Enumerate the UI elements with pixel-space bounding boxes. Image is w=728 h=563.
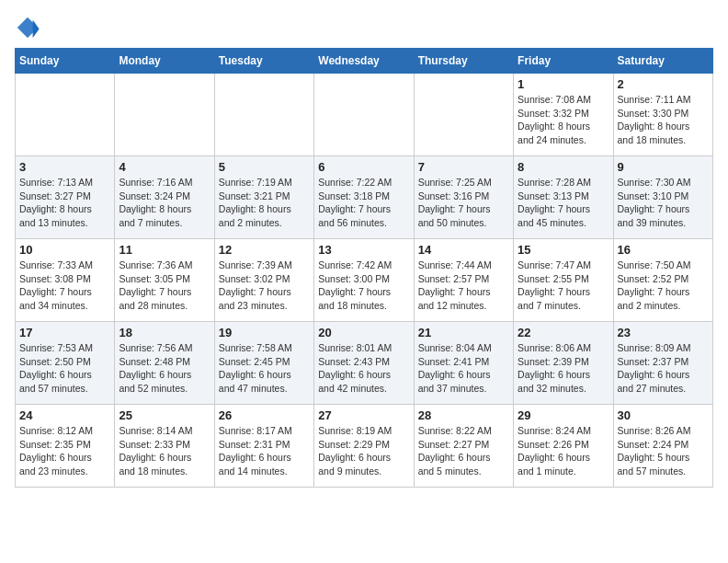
logo-icon [15,15,40,40]
calendar-day-cell: 23Sunrise: 8:09 AM Sunset: 2:37 PM Dayli… [613,322,712,405]
day-number: 10 [19,243,110,257]
page-header [15,15,713,40]
day-info: Sunrise: 7:08 AM Sunset: 3:32 PM Dayligh… [518,93,609,147]
calendar-week-row: 10Sunrise: 7:33 AM Sunset: 3:08 PM Dayli… [16,239,713,322]
calendar-day-cell: 1Sunrise: 7:08 AM Sunset: 3:32 PM Daylig… [514,74,613,156]
day-info: Sunrise: 8:26 AM Sunset: 2:24 PM Dayligh… [618,424,709,478]
weekday-header: Saturday [613,49,712,74]
day-number: 16 [618,243,709,257]
weekday-header: Tuesday [214,49,313,74]
calendar-week-row: 1Sunrise: 7:08 AM Sunset: 3:32 PM Daylig… [16,74,713,156]
calendar-day-cell: 11Sunrise: 7:36 AM Sunset: 3:05 PM Dayli… [115,239,214,322]
day-info: Sunrise: 8:12 AM Sunset: 2:35 PM Dayligh… [19,424,110,478]
day-number: 9 [618,160,709,174]
day-info: Sunrise: 8:24 AM Sunset: 2:26 PM Dayligh… [518,424,609,478]
day-info: Sunrise: 7:44 AM Sunset: 2:57 PM Dayligh… [418,259,509,313]
calendar-day-cell: 20Sunrise: 8:01 AM Sunset: 2:43 PM Dayli… [314,322,414,405]
day-info: Sunrise: 7:13 AM Sunset: 3:27 PM Dayligh… [19,176,110,230]
calendar-day-cell: 8Sunrise: 7:28 AM Sunset: 3:13 PM Daylig… [514,156,613,239]
calendar-day-cell: 25Sunrise: 8:14 AM Sunset: 2:33 PM Dayli… [115,405,214,488]
calendar-day-cell: 30Sunrise: 8:26 AM Sunset: 2:24 PM Dayli… [613,405,712,488]
day-info: Sunrise: 7:53 AM Sunset: 2:50 PM Dayligh… [19,341,110,396]
day-number: 22 [518,326,609,339]
calendar-week-row: 24Sunrise: 8:12 AM Sunset: 2:35 PM Dayli… [16,405,713,488]
weekday-header: Friday [514,49,613,74]
day-info: Sunrise: 7:58 AM Sunset: 2:45 PM Dayligh… [219,341,310,396]
day-info: Sunrise: 7:25 AM Sunset: 3:16 PM Dayligh… [418,176,509,230]
day-info: Sunrise: 8:06 AM Sunset: 2:39 PM Dayligh… [518,341,609,396]
day-info: Sunrise: 7:30 AM Sunset: 3:10 PM Dayligh… [618,176,709,230]
day-number: 28 [418,408,509,422]
calendar-day-cell: 19Sunrise: 7:58 AM Sunset: 2:45 PM Dayli… [214,322,313,405]
calendar-day-cell: 3Sunrise: 7:13 AM Sunset: 3:27 PM Daylig… [16,156,115,239]
day-info: Sunrise: 7:50 AM Sunset: 2:52 PM Dayligh… [618,259,709,313]
day-info: Sunrise: 8:17 AM Sunset: 2:31 PM Dayligh… [219,424,310,478]
calendar-day-cell: 9Sunrise: 7:30 AM Sunset: 3:10 PM Daylig… [613,156,712,239]
svg-marker-1 [33,20,40,39]
day-number: 15 [518,243,609,257]
calendar-day-cell: 12Sunrise: 7:39 AM Sunset: 3:02 PM Dayli… [214,239,313,322]
day-number: 13 [318,243,409,257]
day-number: 3 [19,160,110,174]
calendar-day-cell: 2Sunrise: 7:11 AM Sunset: 3:30 PM Daylig… [613,74,712,156]
calendar-day-cell: 18Sunrise: 7:56 AM Sunset: 2:48 PM Dayli… [115,322,214,405]
calendar-day-cell: 17Sunrise: 7:53 AM Sunset: 2:50 PM Dayli… [16,322,115,405]
calendar-day-cell: 28Sunrise: 8:22 AM Sunset: 2:27 PM Dayli… [414,405,513,488]
day-info: Sunrise: 8:01 AM Sunset: 2:43 PM Dayligh… [318,341,409,396]
logo [15,15,44,40]
weekday-header: Monday [115,49,214,74]
calendar-day-cell: 21Sunrise: 8:04 AM Sunset: 2:41 PM Dayli… [414,322,513,405]
day-number: 19 [219,326,310,339]
calendar-day-cell: 14Sunrise: 7:44 AM Sunset: 2:57 PM Dayli… [414,239,513,322]
calendar-week-row: 17Sunrise: 7:53 AM Sunset: 2:50 PM Dayli… [16,322,713,405]
day-number: 26 [219,408,310,422]
calendar-day-cell [214,74,313,156]
calendar-day-cell: 22Sunrise: 8:06 AM Sunset: 2:39 PM Dayli… [514,322,613,405]
day-number: 21 [418,326,509,339]
day-number: 11 [119,243,210,257]
day-info: Sunrise: 7:16 AM Sunset: 3:24 PM Dayligh… [119,176,210,230]
day-info: Sunrise: 8:22 AM Sunset: 2:27 PM Dayligh… [418,424,509,478]
day-info: Sunrise: 7:28 AM Sunset: 3:13 PM Dayligh… [518,176,609,230]
day-number: 23 [618,326,709,339]
day-info: Sunrise: 8:19 AM Sunset: 2:29 PM Dayligh… [318,424,409,478]
weekday-header: Thursday [414,49,513,74]
day-number: 5 [219,160,310,174]
day-info: Sunrise: 8:14 AM Sunset: 2:33 PM Dayligh… [119,424,210,478]
calendar-day-cell [16,74,115,156]
calendar-day-cell: 7Sunrise: 7:25 AM Sunset: 3:16 PM Daylig… [414,156,513,239]
day-info: Sunrise: 7:36 AM Sunset: 3:05 PM Dayligh… [119,259,210,313]
day-number: 2 [618,77,709,91]
day-info: Sunrise: 7:47 AM Sunset: 2:55 PM Dayligh… [518,259,609,313]
day-number: 8 [518,160,609,174]
day-number: 25 [119,408,210,422]
calendar-day-cell [115,74,214,156]
calendar-day-cell: 10Sunrise: 7:33 AM Sunset: 3:08 PM Dayli… [16,239,115,322]
calendar-day-cell: 13Sunrise: 7:42 AM Sunset: 3:00 PM Dayli… [314,239,414,322]
calendar-day-cell: 16Sunrise: 7:50 AM Sunset: 2:52 PM Dayli… [613,239,712,322]
day-number: 20 [318,326,409,339]
day-info: Sunrise: 7:42 AM Sunset: 3:00 PM Dayligh… [318,259,409,313]
day-info: Sunrise: 8:09 AM Sunset: 2:37 PM Dayligh… [618,341,709,396]
day-number: 12 [219,243,310,257]
calendar-header-row: SundayMondayTuesdayWednesdayThursdayFrid… [16,49,713,74]
weekday-header: Sunday [16,49,115,74]
day-info: Sunrise: 7:56 AM Sunset: 2:48 PM Dayligh… [119,341,210,396]
day-info: Sunrise: 8:04 AM Sunset: 2:41 PM Dayligh… [418,341,509,396]
day-number: 30 [618,408,709,422]
day-number: 29 [518,408,609,422]
calendar-day-cell: 29Sunrise: 8:24 AM Sunset: 2:26 PM Dayli… [514,405,613,488]
day-number: 17 [19,326,110,339]
day-number: 24 [19,408,110,422]
calendar-day-cell [414,74,513,156]
calendar-day-cell: 6Sunrise: 7:22 AM Sunset: 3:18 PM Daylig… [314,156,414,239]
calendar-day-cell [314,74,414,156]
calendar-day-cell: 15Sunrise: 7:47 AM Sunset: 2:55 PM Dayli… [514,239,613,322]
day-number: 4 [119,160,210,174]
calendar-day-cell: 27Sunrise: 8:19 AM Sunset: 2:29 PM Dayli… [314,405,414,488]
day-info: Sunrise: 7:11 AM Sunset: 3:30 PM Dayligh… [618,93,709,147]
calendar-day-cell: 26Sunrise: 8:17 AM Sunset: 2:31 PM Dayli… [214,405,313,488]
day-number: 7 [418,160,509,174]
calendar-day-cell: 24Sunrise: 8:12 AM Sunset: 2:35 PM Dayli… [16,405,115,488]
day-info: Sunrise: 7:33 AM Sunset: 3:08 PM Dayligh… [19,259,110,313]
